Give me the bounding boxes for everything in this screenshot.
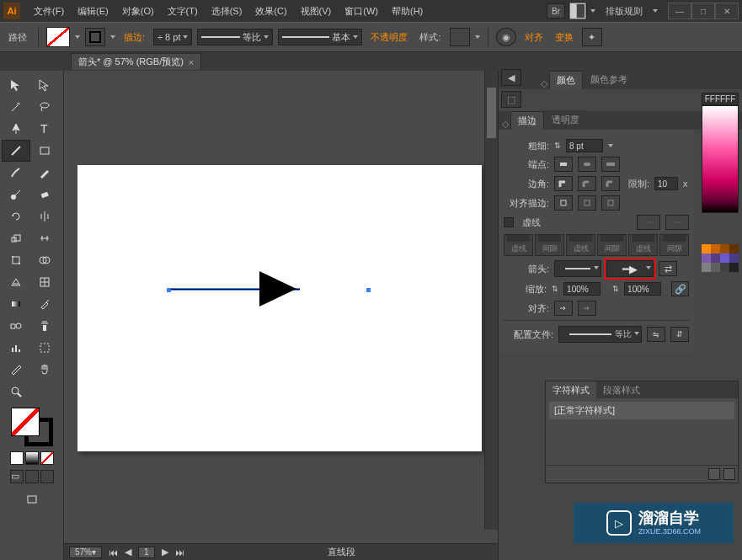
window-close[interactable]: ✕ (715, 3, 739, 19)
symbol-sprayer-tool[interactable] (30, 315, 59, 337)
zoom-field[interactable]: 57% ▾ (69, 547, 102, 558)
menu-object[interactable]: 对象(O) (115, 2, 161, 21)
blob-brush-tool[interactable] (2, 184, 30, 205)
selection-tool[interactable] (2, 74, 30, 96)
anchor-end[interactable] (366, 288, 371, 292)
eraser-tool[interactable] (30, 184, 59, 205)
arrow-start-select[interactable] (554, 260, 601, 277)
draw-mode-button[interactable] (25, 470, 39, 483)
change-screen-mode[interactable] (18, 488, 46, 510)
scale-end-input[interactable] (624, 282, 661, 296)
tab-color-guide[interactable]: 颜色参考 (583, 70, 635, 89)
stroke-dropdown-icon[interactable] (110, 35, 115, 39)
brush-dropdown[interactable]: 基本 (278, 29, 362, 45)
stepper-icon[interactable]: ⇅ (612, 285, 619, 293)
tab-color[interactable]: 颜色 (549, 71, 583, 89)
rotate-tool[interactable] (2, 205, 30, 227)
fill-swatch[interactable] (46, 27, 70, 47)
eyedropper-tool[interactable] (30, 293, 59, 315)
shape-builder-tool[interactable] (30, 249, 59, 271)
dash-align-2[interactable] (665, 215, 689, 230)
align-stroke-center[interactable] (554, 195, 573, 211)
limit-input[interactable] (654, 177, 678, 190)
weight-input[interactable] (566, 139, 603, 152)
align-stroke-outside[interactable] (601, 195, 620, 211)
scale-start-input[interactable] (563, 282, 601, 296)
dash-cell-1[interactable]: 间隙 (535, 234, 564, 256)
nav-prev-icon[interactable]: ◀ (125, 547, 131, 557)
align-stroke-inside[interactable] (578, 195, 596, 211)
nav-next-icon[interactable]: ▶ (162, 547, 168, 557)
dash-cell-2[interactable]: 虚线 (566, 234, 595, 256)
blend-tool[interactable] (2, 315, 30, 337)
weight-dropdown-icon[interactable] (608, 144, 613, 147)
gradient-mode-button[interactable] (25, 451, 39, 465)
pen-tool[interactable] (2, 118, 30, 140)
zoom-tool[interactable] (2, 381, 30, 403)
vertical-scrollbar[interactable] (484, 71, 498, 530)
arrow-align-1[interactable] (554, 301, 573, 316)
slice-tool[interactable] (2, 359, 30, 381)
menu-file[interactable]: 文件(F) (27, 2, 71, 21)
anchor-start[interactable] (167, 288, 171, 292)
draw-behind-button[interactable] (40, 470, 54, 483)
fill-indicator[interactable] (11, 408, 40, 436)
menu-edit[interactable]: 编辑(E) (71, 2, 115, 21)
tab-stroke[interactable]: 描边 (510, 111, 544, 130)
tab-para-styles[interactable]: 段落样式 (596, 381, 647, 398)
layout-dropdown-icon[interactable] (590, 9, 595, 13)
stroke-label[interactable]: 描边: (124, 31, 145, 44)
profile-select[interactable]: 等比 (558, 326, 642, 343)
cap-round-button[interactable] (578, 157, 596, 172)
free-transform-tool[interactable] (2, 249, 30, 271)
tab-transparency[interactable]: 透明度 (544, 110, 587, 130)
color-mode-button[interactable] (10, 451, 24, 465)
nav-first-icon[interactable]: ⏮ (109, 547, 118, 557)
magic-wand-tool[interactable] (2, 96, 30, 118)
align-label[interactable]: 对齐 (525, 31, 543, 44)
window-minimize[interactable]: — (668, 3, 691, 19)
dash-cell-0[interactable]: 虚线 (504, 234, 533, 256)
stroke-weight-input[interactable]: ÷8 pt (153, 29, 192, 45)
dash-cell-3[interactable]: 间隙 (597, 234, 627, 256)
paintbrush-tool[interactable] (2, 162, 30, 184)
dash-cell-5[interactable]: 间隙 (659, 234, 689, 256)
menu-view[interactable]: 视图(V) (294, 2, 339, 21)
dock-icon-1[interactable]: ◀ (501, 69, 521, 86)
width-tool[interactable] (30, 227, 59, 249)
swap-arrows-button[interactable]: ⇄ (659, 261, 677, 276)
flip-y-button[interactable]: ⇵ (670, 327, 689, 342)
line-tool[interactable] (2, 140, 30, 162)
cap-square-button[interactable] (601, 157, 620, 172)
color-spectrum[interactable] (702, 105, 739, 213)
cap-butt-button[interactable] (554, 157, 573, 172)
corner-miter-button[interactable] (554, 176, 573, 191)
corner-round-button[interactable] (578, 176, 596, 191)
bridge-button[interactable]: Br (547, 3, 565, 19)
menu-window[interactable]: 窗口(W) (338, 2, 385, 21)
fill-dropdown-icon[interactable] (75, 35, 80, 39)
page-field[interactable]: 1 (138, 547, 155, 558)
char-style-item[interactable]: [正常字符样式] (549, 402, 734, 419)
gradient-tool[interactable] (2, 293, 30, 315)
delete-style-button[interactable] (723, 468, 735, 480)
link-scale-button[interactable]: 🔗 (671, 281, 689, 296)
screen-mode-button[interactable]: ▭ (10, 470, 24, 483)
transform-label[interactable]: 变换 (555, 31, 574, 44)
perspective-tool[interactable] (2, 271, 30, 293)
dash-checkbox[interactable] (504, 217, 514, 227)
style-box[interactable] (450, 28, 470, 46)
mesh-tool[interactable] (30, 271, 59, 293)
corner-bevel-button[interactable] (601, 176, 620, 191)
isolate-button[interactable]: ✦ (582, 28, 602, 46)
reflect-tool[interactable] (30, 205, 59, 227)
canvas-area[interactable]: 57% ▾ ⏮ ◀ 1 ▶ ⏭ 直线段 (64, 71, 498, 560)
profile-dropdown[interactable]: 等比 (197, 29, 273, 45)
layout-icon[interactable] (569, 3, 587, 19)
pencil-tool[interactable] (30, 162, 59, 184)
type-tool[interactable]: T (30, 118, 59, 140)
fill-stroke-indicator[interactable] (11, 408, 53, 446)
lasso-tool[interactable] (30, 96, 59, 118)
artboard-tool[interactable] (30, 337, 59, 359)
layout-rules-label[interactable]: 排版规则 (606, 5, 643, 18)
